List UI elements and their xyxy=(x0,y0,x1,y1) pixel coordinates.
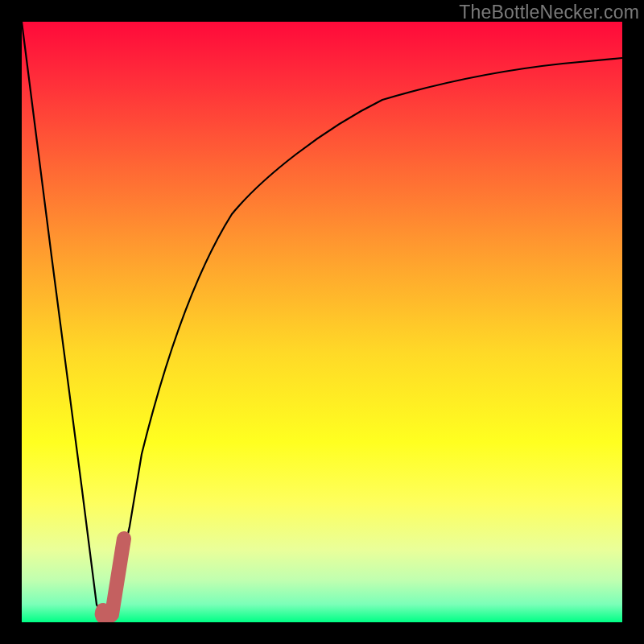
highlight-marker xyxy=(102,539,124,617)
chart-frame: TheBottleNecker.com xyxy=(0,0,644,644)
watermark-text: TheBottleNecker.com xyxy=(459,2,639,23)
bottleneck-curve xyxy=(22,22,622,614)
curve-layer xyxy=(22,22,622,622)
plot-area xyxy=(22,22,622,622)
